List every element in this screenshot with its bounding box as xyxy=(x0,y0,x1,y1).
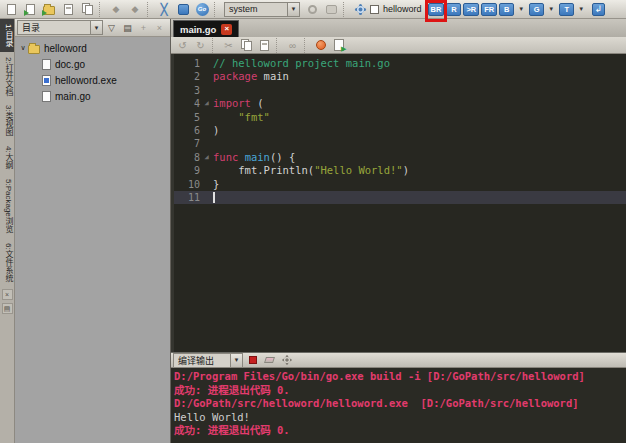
explorer-view-combo[interactable]: 目录 ▼ xyxy=(17,20,103,35)
output-view-combo-value: 编译输出 xyxy=(174,354,230,367)
tree-row-helloword-exe[interactable]: helloword.exe xyxy=(15,72,170,88)
collapse-all-button[interactable]: ▤ xyxy=(120,20,135,35)
code-segment-plain: ) xyxy=(213,124,219,136)
open-file-button[interactable] xyxy=(21,1,39,17)
code-line-10[interactable]: 10} xyxy=(174,178,626,191)
fold-column xyxy=(200,164,213,177)
debug-button[interactable]: ↲ xyxy=(589,1,607,17)
sidebar-tab-4[interactable]: 4:大纲 xyxy=(0,141,14,174)
tab-close-button[interactable]: × xyxy=(221,24,232,35)
code-line-7[interactable]: 7 xyxy=(174,137,626,150)
output-settings-button[interactable] xyxy=(279,353,294,367)
environment-combo[interactable]: system ▼ xyxy=(224,2,300,17)
text-cursor xyxy=(213,192,215,203)
forward-button[interactable]: ◆ xyxy=(126,1,144,17)
back-icon: ◆ xyxy=(113,4,120,14)
build-dropdown-b[interactable]: ▼ xyxy=(515,3,527,16)
sidebar-tab-5[interactable]: 5:Package浏览 xyxy=(0,174,14,238)
options-button[interactable] xyxy=(174,1,192,17)
sidebar-tab-1[interactable]: 1:目录 xyxy=(0,19,14,52)
build-dropdown-t[interactable]: ▼ xyxy=(575,3,587,16)
cut-button[interactable]: ✂ xyxy=(220,38,237,53)
build-button-g[interactable]: G xyxy=(529,3,544,16)
code-line-3[interactable]: 3 xyxy=(174,84,626,97)
fold-marker-icon[interactable]: ◢ xyxy=(200,97,213,110)
build-dropdown-g[interactable]: ▼ xyxy=(545,3,557,16)
locate-button[interactable]: + xyxy=(136,20,151,35)
line-number: 5 xyxy=(174,111,200,124)
tab-main-go[interactable]: main.go × xyxy=(173,20,239,37)
code-text: "fmt" xyxy=(213,111,270,124)
sidebar-tab-2[interactable]: 2:打开文档 xyxy=(0,52,14,101)
separator xyxy=(99,2,104,17)
chevron-down-icon[interactable]: ▼ xyxy=(287,3,299,16)
godoc-button[interactable]: Go xyxy=(193,1,211,17)
reload-env-button[interactable] xyxy=(303,1,321,17)
undo-button[interactable]: ↺ xyxy=(174,38,191,53)
build-button-gtr[interactable]: >R xyxy=(463,3,479,16)
code-segment-plain: main xyxy=(257,70,289,82)
edit-env-button[interactable] xyxy=(322,1,340,17)
build-button-t[interactable]: T xyxy=(559,3,574,16)
chevron-down-icon[interactable]: ▼ xyxy=(230,354,242,367)
sidebar-tab-3[interactable]: 3:类视图 xyxy=(0,100,14,141)
tree-row-doc-go[interactable]: doc.go xyxy=(15,56,170,72)
config-button[interactable] xyxy=(351,1,369,17)
tree-item-label: doc.go xyxy=(55,59,85,70)
expand-chevron-icon[interactable]: ∨ xyxy=(18,44,28,52)
code-line-5[interactable]: 5 "fmt" xyxy=(174,111,626,124)
export-run-button[interactable] xyxy=(330,38,347,53)
clear-output-button[interactable] xyxy=(262,353,277,367)
code-line-9[interactable]: 9 fmt.Println("Hello World!") xyxy=(174,164,626,177)
tree-row-helloword[interactable]: ∨helloword xyxy=(15,40,170,56)
code-text xyxy=(213,191,215,204)
code-line-1[interactable]: 1// helloword project main.go xyxy=(174,57,626,70)
tree-item-label: helloword.exe xyxy=(55,75,117,86)
copy-button[interactable] xyxy=(238,38,255,53)
target-checkbox[interactable] xyxy=(370,5,379,14)
strip-menu-button[interactable]: ▤ xyxy=(2,303,13,314)
save-button[interactable] xyxy=(59,1,77,17)
tools-button[interactable]: ╳ xyxy=(155,1,173,17)
sidebar-tab-6[interactable]: 6:文件系统 xyxy=(0,238,14,287)
build-button-b[interactable]: B xyxy=(499,3,514,16)
build-button-fr[interactable]: FR xyxy=(481,3,497,16)
code-line-6[interactable]: 6) xyxy=(174,124,626,137)
code-text: // helloword project main.go xyxy=(213,57,390,70)
tree-row-main-go[interactable]: main.go xyxy=(15,88,170,104)
code-line-2[interactable]: 2package main xyxy=(174,70,626,83)
strip-close-button[interactable]: × xyxy=(2,289,13,300)
fold-column xyxy=(200,111,213,124)
link-button[interactable]: ∞ xyxy=(284,38,301,53)
code-line-8[interactable]: 8◢func main() { xyxy=(174,151,626,164)
close-panel-button[interactable]: × xyxy=(152,20,167,35)
back-button[interactable]: ◆ xyxy=(107,1,125,17)
build-button-br[interactable]: BR xyxy=(428,3,445,16)
build-current-button[interactable] xyxy=(312,38,329,53)
separator xyxy=(343,2,348,17)
editor-area: main.go × ↺ ↻ ✂ ∞ 1// helloword project … xyxy=(171,19,626,443)
code-text: } xyxy=(213,178,219,191)
code-editor[interactable]: 1// helloword project main.go2package ma… xyxy=(171,54,626,352)
crosshair-icon: + xyxy=(141,23,146,33)
filter-button[interactable]: ▽ xyxy=(104,20,119,35)
build-button-r[interactable]: R xyxy=(446,3,461,16)
build-output[interactable]: D:/Program Files/Go/bin/go.exe build -i … xyxy=(171,368,626,443)
output-view-combo[interactable]: 编译输出 ▼ xyxy=(173,353,243,368)
ide-window: ◆ ◆ ╳ Go system ▼ helloword BRR>RFRB▼G▼T… xyxy=(0,0,626,443)
code-line-11[interactable]: 11 xyxy=(174,191,626,204)
save-all-button[interactable] xyxy=(78,1,96,17)
code-text: import ( xyxy=(213,97,264,110)
open-folder-button[interactable] xyxy=(40,1,58,17)
redo-button[interactable]: ↻ xyxy=(192,38,209,53)
file-icon xyxy=(42,91,51,102)
line-number: 4 xyxy=(174,97,200,110)
code-line-4[interactable]: 4◢import ( xyxy=(174,97,626,110)
code-segment-plain: ) xyxy=(403,164,409,176)
new-file-button[interactable] xyxy=(2,1,20,17)
paste-button[interactable] xyxy=(256,38,273,53)
fold-column xyxy=(200,124,213,137)
stop-button[interactable] xyxy=(245,353,260,367)
chevron-down-icon[interactable]: ▼ xyxy=(90,21,102,34)
fold-marker-icon[interactable]: ◢ xyxy=(200,151,213,164)
